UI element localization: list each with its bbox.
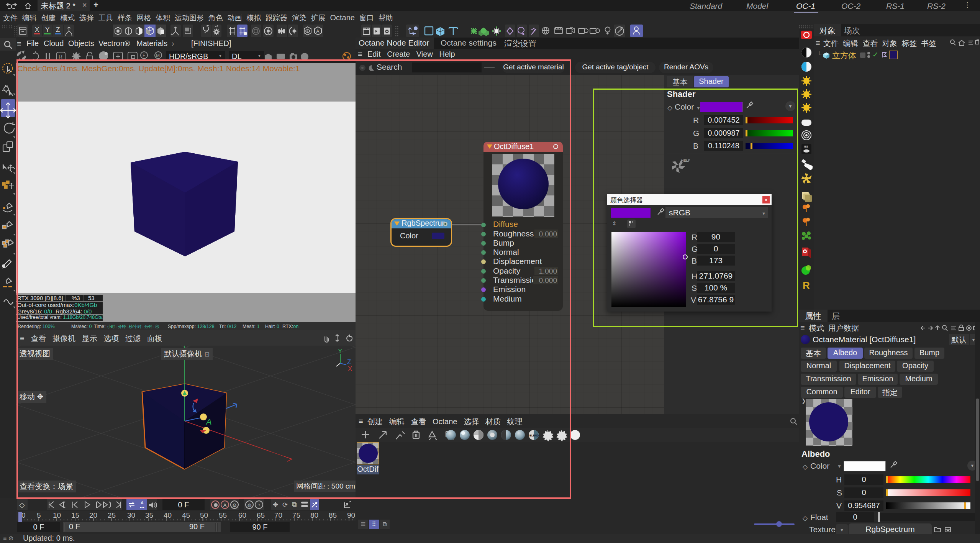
svg-text:F: F xyxy=(143,53,145,58)
svg-text:Y: Y xyxy=(45,26,49,33)
svg-text:Z: Z xyxy=(56,26,60,33)
svg-text:R: R xyxy=(59,54,62,60)
svg-text:IES: IES xyxy=(804,145,808,148)
svg-text:R: R xyxy=(803,280,810,290)
svg-text:M: M xyxy=(156,53,160,58)
svg-text:A: A xyxy=(316,28,320,34)
svg-text:X: X xyxy=(35,26,39,33)
